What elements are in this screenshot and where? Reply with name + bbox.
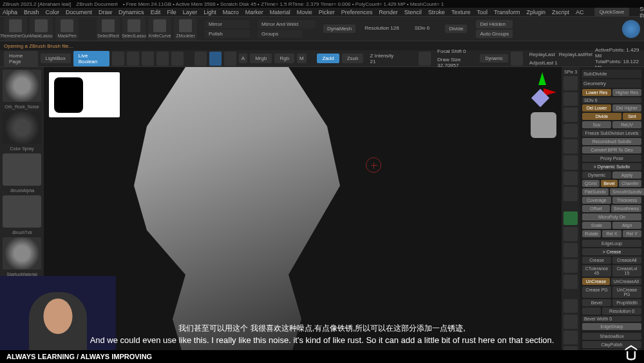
nav-gizmo[interactable] — [524, 72, 556, 104]
texture-thumb[interactable] — [3, 195, 41, 228]
zremesher-tool[interactable]: ZRemesherGuid. — [4, 17, 27, 41]
menu-stroke[interactable]: Stroke — [428, 9, 445, 15]
crease-button[interactable]: Crease — [582, 257, 611, 264]
coverage-button[interactable]: Coverage — [582, 197, 611, 204]
relx-button[interactable]: Rel X — [602, 230, 621, 237]
micropoly-button[interactable]: MicroPoly On — [582, 213, 641, 221]
zoom-icon[interactable] — [564, 259, 578, 273]
zmodeler-tool[interactable]: ZModeler — [174, 17, 197, 41]
menu-picker[interactable]: Picker — [319, 9, 335, 15]
persp-icon[interactable] — [564, 124, 578, 138]
rgb-button[interactable]: Rgb — [274, 54, 294, 63]
dynamic-button[interactable]: Dynamic — [480, 54, 507, 63]
menu-texture[interactable]: Texture — [451, 9, 471, 15]
zintensity-slider[interactable]: Z Intensity 21 — [370, 53, 397, 64]
dynamic2-button[interactable]: Dynamic — [582, 172, 611, 179]
menu-alpha[interactable]: Alpha — [3, 9, 17, 15]
draw-icon[interactable] — [127, 52, 139, 66]
align-button[interactable]: Align — [612, 222, 641, 229]
scroll-icon[interactable] — [564, 76, 578, 90]
floor-icon[interactable] — [564, 139, 578, 153]
rely-button[interactable]: Rel Y — [623, 230, 641, 237]
a-button[interactable]: A — [239, 54, 247, 63]
alpha-preview[interactable] — [49, 72, 120, 117]
lowerres-button[interactable]: Lower Res — [582, 89, 611, 96]
sdiv-slider[interactable]: SDiv 6 — [415, 25, 430, 31]
proxypose-button[interactable]: Proxy Pose — [582, 155, 641, 162]
edit-icon[interactable] — [112, 52, 124, 66]
offset-button[interactable]: Offset — [582, 205, 610, 212]
quicksave-button[interactable]: QuickSave — [594, 8, 630, 16]
dynamicsubdiv-header[interactable]: > Dynamic Subdiv — [582, 163, 641, 170]
lightbox-button[interactable]: LightBox — [41, 54, 71, 63]
menu-file[interactable]: File — [167, 9, 176, 15]
qgrid-button[interactable]: QGrid — [582, 180, 600, 187]
crease-header[interactable]: > Crease — [582, 248, 641, 255]
rotate2-button[interactable]: Rotate — [582, 230, 601, 237]
creaseall-button[interactable]: CreaseAll — [612, 257, 641, 264]
flatsubdiv-button[interactable]: FlatSubdiv — [582, 188, 609, 195]
adjustlast-slider[interactable]: AdjustLast 1 — [529, 60, 558, 66]
replaylast-button[interactable]: ReplayLast — [529, 52, 555, 57]
divide-button[interactable]: Divide — [445, 25, 467, 33]
menu-dynamics[interactable]: Dynamics — [118, 9, 144, 15]
smoothness-button[interactable]: Smoothness — [611, 205, 641, 212]
head-reference[interactable] — [531, 112, 556, 138]
m-button[interactable]: M — [297, 54, 307, 63]
polyframe-icon[interactable] — [564, 299, 578, 313]
viewport[interactable] — [44, 67, 562, 363]
reuv-button[interactable]: ReUV — [612, 121, 641, 128]
menu-zplugin[interactable]: Zplugin — [527, 9, 546, 15]
bevelwidth-slider[interactable]: Bevel Width 0 — [582, 316, 641, 322]
freeze-button[interactable]: Freeze SubDivision Levels — [582, 130, 641, 137]
menu-brush[interactable]: Brush — [24, 9, 39, 15]
rotate-icon[interactable] — [171, 52, 184, 66]
menu-tool[interactable]: Tool — [477, 9, 488, 15]
menu-transform[interactable]: Transform — [494, 9, 520, 15]
menu-preferences[interactable]: Preferences — [341, 9, 373, 15]
lock-icon[interactable] — [564, 187, 578, 201]
focalshift-slider[interactable]: Focal Shift 0 — [437, 48, 466, 54]
frame-icon[interactable] — [564, 227, 578, 241]
mrgb-button[interactable]: Mrgb — [250, 54, 272, 63]
material-thumb[interactable] — [3, 237, 41, 270]
uncreaseall-button[interactable]: UnCreaseAll — [611, 278, 641, 285]
mirror-dropdown[interactable]: Mirror — [205, 20, 250, 28]
masklasso-tool[interactable]: MaskLasso — [30, 17, 53, 41]
dellower-button[interactable]: Del Lower — [582, 104, 611, 112]
mirrorweld-dropdown[interactable]: Mirror And Weld — [258, 20, 316, 28]
menu-layer[interactable]: Layer — [183, 9, 198, 15]
menu-document[interactable]: Document — [66, 9, 92, 15]
menu-zscript[interactable]: Zscript — [552, 9, 569, 15]
sdiv-panel-slider[interactable]: SDiv 6 — [582, 97, 641, 103]
convertbpr-button[interactable]: Convert BPR To Geo — [582, 146, 641, 153]
xyz-icon[interactable] — [564, 211, 578, 226]
scale-icon[interactable] — [156, 52, 169, 66]
globe-icon[interactable] — [622, 20, 640, 38]
reconstruct-button[interactable]: Reconstruct Subdiv — [582, 138, 641, 145]
rotate-cam-icon[interactable] — [564, 275, 578, 289]
creasepg-button[interactable]: Crease PG — [582, 286, 611, 298]
alpha-thumb[interactable] — [3, 153, 41, 186]
smt-button[interactable]: Smt — [623, 113, 641, 120]
chamfer-button[interactable]: Chamfer — [619, 180, 641, 187]
zadd-button[interactable]: Zadd — [317, 54, 339, 63]
uncrease-button[interactable]: UnCrease — [582, 278, 610, 285]
mode-icon[interactable] — [224, 52, 236, 66]
replay-icon[interactable] — [511, 52, 523, 66]
scale-button[interactable]: Scale — [582, 222, 611, 229]
geometry-header[interactable]: Geometry — [582, 79, 641, 88]
menu-render[interactable]: Render — [379, 9, 398, 15]
move-cam-icon[interactable] — [564, 243, 578, 257]
autogroups-button[interactable]: Auto Groups — [476, 30, 513, 38]
menu-movie[interactable]: Movie — [297, 9, 312, 15]
dynamesh-button[interactable]: DynaMesh — [323, 25, 355, 33]
ctolerance-slider[interactable]: CTolerance 45 — [582, 265, 611, 277]
resolution-slider[interactable]: Resolution 128 — [365, 25, 399, 31]
brush-thumb[interactable] — [3, 70, 41, 102]
divide-panel-button[interactable]: Divide — [582, 113, 621, 120]
bevel-button[interactable]: Bevel — [601, 180, 618, 187]
menu-stencil[interactable]: Stencil — [404, 9, 422, 15]
menu-material[interactable]: Material — [270, 9, 290, 15]
homepage-button[interactable]: Home Page — [4, 51, 38, 66]
